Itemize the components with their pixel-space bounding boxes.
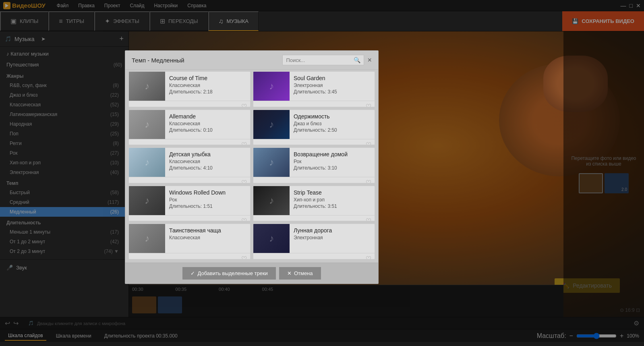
music-card-top-8: ♪ Таинственная чаща Классическая xyxy=(129,224,250,253)
music-card-bottom-3: ♡ xyxy=(253,139,375,145)
music-info-9: Лунная дорога Электронная xyxy=(290,224,375,253)
music-genre-0: Классическая xyxy=(169,83,246,88)
music-name-9: Лунная дорога xyxy=(294,227,371,234)
music-info-2: Allemande Классическая Длительность: 0:1… xyxy=(165,110,250,139)
music-info-1: Soul Garden Электронная Длительность: 3:… xyxy=(290,72,375,101)
music-thumb-3: ♪ xyxy=(253,110,290,139)
search-input[interactable] xyxy=(286,57,354,63)
music-card-3[interactable]: ♪ Одержимость Джаз и блюз Длительность: … xyxy=(253,110,375,145)
music-card-top-3: ♪ Одержимость Джаз и блюз Длительность: … xyxy=(253,110,375,139)
music-info-3: Одержимость Джаз и блюз Длительность: 2:… xyxy=(290,110,375,139)
music-card-bottom-8: ♡ xyxy=(129,253,250,259)
music-name-4: Детская улыбка xyxy=(169,151,246,157)
favorite-button-1[interactable]: ♡ xyxy=(366,103,371,107)
favorite-button-5[interactable]: ♡ xyxy=(366,179,371,183)
music-card-bottom-7: ♡ xyxy=(253,215,375,222)
music-genre-3: Джаз и блюз xyxy=(294,121,371,126)
search-icon: 🔍 xyxy=(354,57,360,63)
music-card-8[interactable]: ♪ Таинственная чаща Классическая ♡ xyxy=(128,224,251,259)
music-card-9[interactable]: ♪ Лунная дорога Электронная ♡ xyxy=(253,224,375,259)
music-info-4: Детская улыбка Классическая Длительность… xyxy=(165,148,250,177)
favorite-button-7[interactable]: ♡ xyxy=(366,217,371,222)
music-thumb-9: ♪ xyxy=(253,224,290,253)
favorite-button-0[interactable]: ♡ xyxy=(241,103,247,107)
music-genre-8: Классическая xyxy=(169,235,246,240)
favorite-button-4[interactable]: ♡ xyxy=(241,179,247,183)
music-name-2: Allemande xyxy=(169,113,246,120)
music-genre-7: Хип-хоп и рэп xyxy=(294,197,371,203)
music-name-0: Course of Time xyxy=(169,75,246,81)
music-name-1: Soul Garden xyxy=(294,75,371,81)
music-card-1[interactable]: ♪ Soul Garden Электронная Длительность: … xyxy=(253,71,375,107)
check-icon: ✓ xyxy=(191,270,195,276)
music-duration-4: Длительность: 4:10 xyxy=(169,165,246,171)
music-duration-0: Длительность: 2:18 xyxy=(169,89,246,95)
music-genre-2: Классическая xyxy=(169,121,246,126)
music-card-bottom-9: ♡ xyxy=(253,253,375,259)
dialog-content: ♪ Course of Time Классическая Длительнос… xyxy=(125,70,378,263)
music-genre-6: Рок xyxy=(169,197,246,203)
music-thumb-7: ♪ xyxy=(253,186,290,215)
music-card-bottom-5: ♡ xyxy=(253,177,375,183)
music-duration-3: Длительность: 2:50 xyxy=(294,127,371,133)
music-thumb-1: ♪ xyxy=(253,72,290,101)
music-card-top-2: ♪ Allemande Классическая Длительность: 0… xyxy=(129,110,250,139)
music-card-7[interactable]: ♪ Strip Tease Хип-хоп и рэп Длительность… xyxy=(253,186,375,222)
music-genre-1: Электронная xyxy=(294,83,371,88)
music-card-top-1: ♪ Soul Garden Электронная Длительность: … xyxy=(253,72,375,101)
music-name-5: Возвращение домой xyxy=(294,151,371,157)
music-card-bottom-1: ♡ xyxy=(253,101,375,107)
music-card-bottom-2: ♡ xyxy=(129,139,250,145)
music-name-8: Таинственная чаща xyxy=(169,227,246,234)
music-card-top-5: ♪ Возвращение домой Рок Длительность: 3:… xyxy=(253,148,375,177)
music-card-bottom-6: ♡ xyxy=(129,215,250,222)
music-card-top-9: ♪ Лунная дорога Электронная xyxy=(253,224,375,253)
x-icon: ✕ xyxy=(287,270,292,276)
music-thumb-2: ♪ xyxy=(129,110,165,139)
music-duration-7: Длительность: 3:51 xyxy=(294,203,371,209)
music-thumb-8: ♪ xyxy=(129,224,165,253)
favorite-button-3[interactable]: ♡ xyxy=(366,141,371,145)
music-genre-4: Классическая xyxy=(169,159,246,164)
music-card-top-6: ♪ Windows Rolled Down Рок Длительность: … xyxy=(129,186,250,215)
music-card-top-7: ♪ Strip Tease Хип-хоп и рэп Длительность… xyxy=(253,186,375,215)
favorite-button-2[interactable]: ♡ xyxy=(241,141,247,145)
music-card-0[interactable]: ♪ Course of Time Классическая Длительнос… xyxy=(128,71,251,107)
music-card-2[interactable]: ♪ Allemande Классическая Длительность: 0… xyxy=(128,110,251,145)
music-name-6: Windows Rolled Down xyxy=(169,189,246,196)
music-duration-6: Длительность: 1:51 xyxy=(169,203,246,209)
music-thumb-0: ♪ xyxy=(129,72,165,101)
cancel-button[interactable]: ✕ Отмена xyxy=(279,267,321,280)
music-genre-5: Рок xyxy=(294,159,371,164)
music-duration-2: Длительность: 0:10 xyxy=(169,127,246,133)
music-dialog: Темп - Медленный 🔍 × ♪ Course of Time Кл… xyxy=(125,50,379,284)
music-card-6[interactable]: ♪ Windows Rolled Down Рок Длительность: … xyxy=(128,186,251,222)
music-info-6: Windows Rolled Down Рок Длительность: 1:… xyxy=(165,186,250,215)
music-duration-5: Длительность: 3:10 xyxy=(294,165,371,171)
dialog-header: Темп - Медленный 🔍 × xyxy=(125,51,378,70)
add-tracks-button[interactable]: ✓ Добавить выделенные треки xyxy=(182,267,275,280)
music-name-7: Strip Tease xyxy=(294,189,371,196)
dialog-close-button[interactable]: × xyxy=(367,56,372,64)
search-box: 🔍 xyxy=(282,55,364,65)
favorite-button-8[interactable]: ♡ xyxy=(241,255,247,259)
music-card-bottom-4: ♡ xyxy=(129,177,250,183)
music-card-top-4: ♪ Детская улыбка Классическая Длительнос… xyxy=(129,148,250,177)
favorite-button-9[interactable]: ♡ xyxy=(366,255,371,259)
music-thumb-6: ♪ xyxy=(129,186,165,215)
music-card-top-0: ♪ Course of Time Классическая Длительнос… xyxy=(129,72,250,101)
music-info-8: Таинственная чаща Классическая xyxy=(165,224,250,253)
music-card-4[interactable]: ♪ Детская улыбка Классическая Длительнос… xyxy=(128,147,251,183)
search-area: 🔍 × xyxy=(282,55,372,65)
favorite-button-6[interactable]: ♡ xyxy=(241,217,247,222)
dialog-overlay: Темп - Медленный 🔍 × ♪ Course of Time Кл… xyxy=(0,0,644,346)
music-info-5: Возвращение домой Рок Длительность: 3:10 xyxy=(290,148,375,177)
dialog-title: Темп - Медленный xyxy=(132,57,184,64)
music-card-bottom-0: ♡ xyxy=(129,101,250,107)
music-duration-1: Длительность: 3:45 xyxy=(294,89,371,95)
music-card-5[interactable]: ♪ Возвращение домой Рок Длительность: 3:… xyxy=(253,147,375,183)
music-info-0: Course of Time Классическая Длительность… xyxy=(165,72,250,101)
music-thumb-4: ♪ xyxy=(129,148,165,177)
music-info-7: Strip Tease Хип-хоп и рэп Длительность: … xyxy=(290,186,375,215)
dialog-footer: ✓ Добавить выделенные треки ✕ Отмена xyxy=(125,263,378,284)
